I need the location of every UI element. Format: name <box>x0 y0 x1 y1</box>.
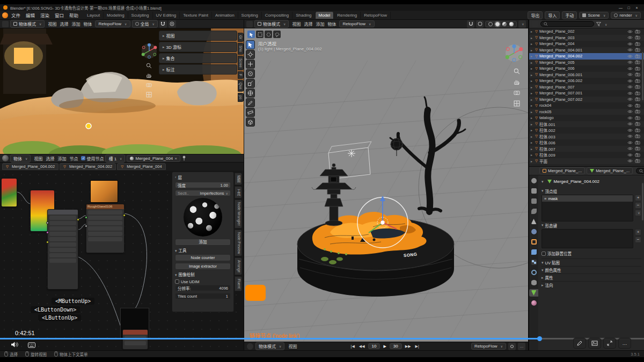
disable-render-icon[interactable] <box>635 85 640 89</box>
snap-magnet-icon[interactable] <box>159 20 167 28</box>
maximize-button[interactable]: □ <box>625 6 633 10</box>
hide-viewport-icon[interactable] <box>627 79 633 83</box>
outliner-row[interactable]: 柱体.002 <box>529 127 644 134</box>
ortho-grid-icon[interactable] <box>145 91 153 99</box>
menu-item[interactable]: 帮助 <box>67 11 81 19</box>
expand-arrow-icon[interactable] <box>531 73 535 77</box>
disable-render-icon[interactable] <box>635 159 640 163</box>
snap-magnet-icon[interactable] <box>467 20 474 28</box>
workspace-tab[interactable]: Shading <box>292 12 315 19</box>
breadcrumb-object[interactable]: Merged_Plane_... <box>539 167 585 174</box>
zoom-icon[interactable] <box>513 67 521 75</box>
expand-arrow-icon[interactable] <box>531 104 535 107</box>
color-ramp-node[interactable] <box>1 178 17 207</box>
retopoflow-menu[interactable]: RetopoFlow <box>95 20 130 27</box>
node-editor-menu[interactable]: 选择 <box>44 156 56 161</box>
menu-item[interactable]: 窗口 <box>52 11 67 19</box>
input-socket[interactable] <box>85 216 87 219</box>
add-button[interactable]: 添加 <box>175 239 231 246</box>
tab-material[interactable] <box>529 299 538 307</box>
outliner-row[interactable]: Merged_Plane_006 <box>529 65 644 72</box>
hide-viewport-icon[interactable] <box>627 146 633 151</box>
expand-arrow-icon[interactable] <box>531 67 535 70</box>
datablock-expand-icon[interactable] <box>541 179 545 184</box>
tab-render[interactable] <box>529 187 538 195</box>
node-canvas[interactable]: RoughGlass0106 ‹ 层 强度 1.00 Secti.. <box>0 171 244 350</box>
expand-arrow-icon[interactable] <box>531 61 535 64</box>
workspace-tab[interactable]: Scripting <box>238 12 262 19</box>
next-keyframe-button[interactable] <box>404 344 412 349</box>
disable-render-icon[interactable] <box>635 60 640 64</box>
viewport-menu[interactable]: 视图 <box>290 21 302 27</box>
expand-arrow-icon[interactable] <box>531 91 535 95</box>
node-sidebar-tab[interactable]: Node Preview <box>235 230 242 256</box>
workspace-tab[interactable]: Compositing <box>262 12 292 19</box>
outliner-row[interactable]: Merged_Plane_002 <box>529 28 644 35</box>
image-extractor-button[interactable]: Image extractor <box>175 263 231 270</box>
output-socket[interactable] <box>77 218 79 221</box>
sidebar-tab[interactable]: F <box>238 71 244 79</box>
snapshot-image-button[interactable] <box>588 338 601 349</box>
workspace-tab[interactable]: Texture Paint <box>180 12 212 19</box>
zoom-icon[interactable] <box>145 62 153 70</box>
hide-viewport-icon[interactable] <box>627 109 633 114</box>
input-socket[interactable] <box>46 221 49 224</box>
expand-arrow-icon[interactable] <box>531 116 535 120</box>
proportional-edit-icon[interactable] <box>169 20 176 28</box>
disable-render-icon[interactable] <box>635 72 640 77</box>
close-button[interactable]: × <box>633 6 641 10</box>
frame-end-field[interactable]: 30 <box>390 343 402 349</box>
outliner-row[interactable]: Merged_Plane_005 <box>529 60 644 66</box>
pan-hand-icon[interactable] <box>145 71 153 79</box>
expand-arrow-icon[interactable] <box>531 141 535 144</box>
outliner-row[interactable]: 柱体.001 <box>529 121 644 128</box>
tab-modifiers[interactable] <box>529 248 538 256</box>
remove-shape-key-button[interactable]: − <box>635 237 641 243</box>
collapse-icon[interactable]: ‹ <box>175 175 177 180</box>
outliner-scrollbar[interactable] <box>642 52 643 100</box>
outliner-row[interactable]: Merged_Plane_004 <box>529 41 644 47</box>
select-box-icon[interactable] <box>256 31 264 38</box>
annotate-pencil-button[interactable] <box>573 338 586 349</box>
hide-viewport-icon[interactable] <box>627 42 633 46</box>
add-cube-tool-button[interactable] <box>246 117 255 127</box>
menu-item[interactable]: 渲染 <box>38 11 52 19</box>
editor-type-icon[interactable] <box>246 21 253 27</box>
expand-arrow-icon[interactable] <box>531 42 535 46</box>
select-circle-icon[interactable] <box>265 31 272 38</box>
disable-render-icon[interactable] <box>635 29 640 34</box>
select-lasso-icon[interactable] <box>273 31 281 38</box>
outliner-row[interactable]: 平面 <box>529 158 644 165</box>
disable-render-icon[interactable] <box>635 116 640 120</box>
node-sidebar-tab[interactable]: Arrange <box>235 257 242 275</box>
disable-render-icon[interactable] <box>635 48 640 52</box>
viewport-menu[interactable]: 选择 <box>58 21 70 27</box>
node-sidebar-tab[interactable]: 视图 <box>235 173 242 185</box>
outliner-row[interactable]: 柱体.009 <box>529 152 644 158</box>
outliner-row[interactable]: rock05 <box>529 109 644 115</box>
workspace-tab[interactable]: Rendering <box>334 12 361 19</box>
pin-icon[interactable] <box>182 156 186 161</box>
hide-viewport-icon[interactable] <box>627 72 633 77</box>
retopoflow-menu[interactable]: RetopoFlow <box>471 343 506 350</box>
vertex-group-specials-button[interactable] <box>635 210 641 216</box>
cursor-tool-button[interactable] <box>246 50 255 59</box>
sidebar-tab[interactable]: Qua <box>238 80 244 92</box>
outliner-row[interactable]: tatalogo <box>529 115 644 121</box>
outliner-row[interactable]: Merged_Plane_007.001 <box>529 90 644 97</box>
tab-view-layer[interactable] <box>529 208 538 215</box>
texture-preview-thumbnail[interactable] <box>90 180 118 203</box>
shader-type-dropdown[interactable]: 物体 <box>10 154 31 162</box>
mix-node[interactable] <box>47 209 78 290</box>
outliner-row[interactable]: Merged_Plane_007 <box>529 84 644 91</box>
shape-keys-header[interactable]: 形态键 <box>541 221 641 229</box>
expand-arrow-icon[interactable] <box>531 122 535 126</box>
workspace-tab[interactable]: UV Editing <box>153 12 180 19</box>
hide-viewport-icon[interactable] <box>627 85 633 89</box>
properties-scrollbar[interactable] <box>642 183 643 220</box>
rendered-viewport[interactable]: 视图 3D 游标 集合 标注 GrShoScreeFQuapo <box>0 28 244 154</box>
expand-arrow-icon[interactable] <box>531 48 535 52</box>
remove-vertex-group-button[interactable]: − <box>635 202 641 209</box>
rest-position-row[interactable]: 添加静置位置 <box>541 250 641 257</box>
fullscreen-button[interactable] <box>603 338 616 349</box>
